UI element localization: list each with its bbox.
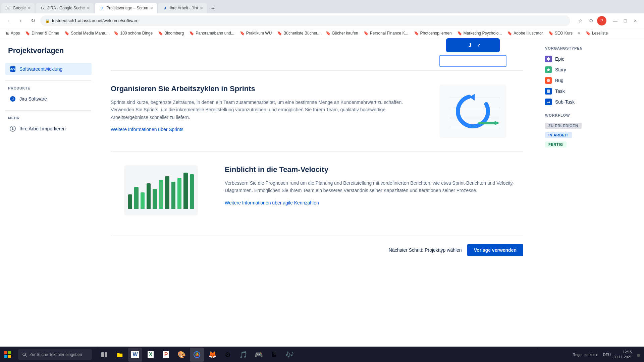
tab-google-close[interactable]: × [28,5,31,11]
svg-point-16 [547,79,550,82]
bookmark-marketing[interactable]: 🔖 Marketing Psycholo... [455,30,504,36]
chart-bar-9 [183,173,187,209]
bookmark-buecher-kaufen-label: Bücher kaufen [332,31,358,36]
section-velocity-chart [111,165,211,216]
browser-actions: ☆ ⚙ P [576,16,606,25]
bookmark-apps[interactable]: ⊞ Apps [4,30,22,36]
taskbar-game[interactable]: 🎮 [252,348,266,362]
app-layout: Projektvorlagen </> Softwareentwicklung … [0,38,644,347]
chart-bar-6 [165,176,169,209]
import-icon: ⬇ [9,125,16,132]
taskbar-app-1[interactable]: ⚙ [221,348,235,362]
taskbar-clock: 12:15 30.11.2021 [613,350,632,359]
workflow-section-title: WORKFLOW [545,113,636,117]
bookmark-praktikum-icon: 🔖 [240,31,245,36]
top-partial-input[interactable] [439,55,506,67]
bookmark-buecher-kaufen[interactable]: 🔖 Bücher kaufen [324,30,360,36]
taskbar-apps-bar: W X P 🎨 🦊 ⚙ 🎵 🎮 🖥 🎶 [97,348,569,362]
address-lock-icon: 🔒 [45,18,50,23]
svg-rect-17 [547,89,550,93]
jira-software-icon: J [9,96,16,102]
bookmark-leseliste[interactable]: 🔖 Leseliste [584,30,610,36]
right-panel: VORGANGSTYPEN Epic Story Bug [537,38,644,347]
taskbar-spotify[interactable]: 🎵 [236,348,250,362]
sidebar-item-import[interactable]: ⬇ Ihre Arbeit importieren [5,123,92,135]
tab-ihre-arbeit[interactable]: J Ihre Arbeit - Jira × [158,3,207,13]
taskbar-file-explorer[interactable] [113,348,127,362]
language-indicator: DEU [603,353,611,357]
taskbar-powerpoint[interactable]: P [159,348,173,362]
bookmark-dinner[interactable]: 🔖 Dinner & Crime [23,30,61,36]
top-partial-right: J ✓ [423,38,523,67]
forward-button[interactable]: › [16,16,25,25]
address-bar[interactable]: 🔒 testdeutsch1.atlassian.net/welcome/sof… [40,15,570,26]
start-button[interactable] [0,347,15,362]
bookmark-buecher-kaufen-icon: 🔖 [326,31,331,36]
chart-bar-8 [177,178,181,209]
bookmark-praktikum[interactable]: 🔖 Praktikum WU [238,30,274,36]
extensions-button[interactable]: ⚙ [586,16,596,25]
task-label: Task [555,88,565,94]
section-sprints-link[interactable]: Weitere Informationen über Sprints [111,127,183,132]
taskbar-search-box[interactable]: Zur Suche Text hier eingeben [18,349,92,360]
tab-jira-search-close[interactable]: × [87,5,90,11]
back-button[interactable]: ‹ [4,16,13,25]
taskbar: Zur Suche Text hier eingeben W X P 🎨 🦊 [0,347,644,362]
taskbar-monitor[interactable]: 🖥 [267,348,281,362]
bookmark-panorama[interactable]: 🔖 Panoramabahn und... [187,30,236,36]
bookmark-adobe[interactable]: 🔖 Adobe Illustrator [505,30,545,36]
taskbar-chrome[interactable] [190,348,204,362]
close-window-button[interactable]: × [631,16,640,25]
section-velocity-title: Einblicht in die Team-Velocity [225,165,523,174]
bookmark-social-icon: 🔖 [64,31,69,36]
subtask-label: Sub-Task [555,99,575,105]
maximize-button[interactable]: □ [621,16,630,25]
bookmark-buecherliste[interactable]: 🔖 Bücherliste Bücher... [275,30,322,36]
story-icon [545,66,552,73]
tab-projektvorlage[interactable]: J Projektvorlage – Scrum × [95,3,157,13]
taskbar-time-value: 12:15 [613,350,632,354]
minimize-button[interactable]: — [610,16,620,25]
issue-types-section-title: VORGANGSTYPEN [545,46,636,50]
bookmark-100-dinge-label: 100 schöne Dinge [120,31,153,36]
tab-google[interactable]: G Google × [1,3,35,13]
tab-ihre-arbeit-close[interactable]: × [200,5,203,11]
bookmark-star-button[interactable]: ☆ [576,16,585,25]
notification-icon[interactable] [637,353,640,356]
bookmark-more[interactable]: » [576,30,582,36]
bookmark-bloomberg[interactable]: 🔖 Bloomberg [156,30,186,36]
taskbar-excel[interactable]: X [144,348,158,362]
tab-google-label: Google [13,6,26,10]
profile-button[interactable]: P [597,16,606,25]
content-area: J ✓ Organisieren Sie Arbeitszyklen in Sp… [97,38,537,347]
svg-line-23 [25,355,26,357]
taskbar-music[interactable]: 🎶 [282,348,297,362]
story-label: Story [555,67,566,72]
section-velocity-link[interactable]: Weitere Informationen über agile Kennzah… [225,200,319,205]
taskbar-word[interactable]: W [128,348,142,362]
taskbar-paint[interactable]: 🎨 [174,348,189,362]
bookmark-seo[interactable]: 🔖 SEO Kurs [546,30,575,36]
sidebar-item-jira-software[interactable]: J Jira Software [5,93,92,105]
issue-type-epic: Epic [545,56,636,62]
chart-illustration-box [124,165,198,216]
taskbar-firefox[interactable]: 🦊 [205,348,219,362]
section-sprints-body: Sprints sind kurze, begrenzte Zeiträume,… [111,99,409,121]
bookmark-praktikum-label: Praktikum WU [246,31,272,36]
tab-jira-search[interactable]: G JIRA - Google Suche × [36,3,94,13]
use-template-button[interactable]: Vorlage verwenden [467,244,523,256]
bookmark-leseliste-icon: 🔖 [586,31,591,36]
svg-rect-25 [105,352,107,357]
reload-button[interactable]: ↻ [28,16,38,25]
bookmark-100-dinge[interactable]: 🔖 100 schöne Dinge [112,30,155,36]
bookmark-social[interactable]: 🔖 Social Media Mana... [62,30,110,36]
sidebar-item-softwareentwicklung[interactable]: </> Softwareentwicklung [5,63,92,75]
new-tab-button[interactable]: + [208,4,218,13]
tab-projektvorlage-close[interactable]: × [150,5,153,11]
workflow-done-badge: FERTIG [545,141,567,147]
svg-text:⬇: ⬇ [11,126,14,131]
bookmark-personal-finance[interactable]: 🔖 Personal Finance K... [362,30,411,36]
taskbar-task-view[interactable] [97,348,111,362]
subtask-icon [545,99,552,105]
bookmark-photoshop[interactable]: 🔖 Photoshop lernen [412,30,454,36]
